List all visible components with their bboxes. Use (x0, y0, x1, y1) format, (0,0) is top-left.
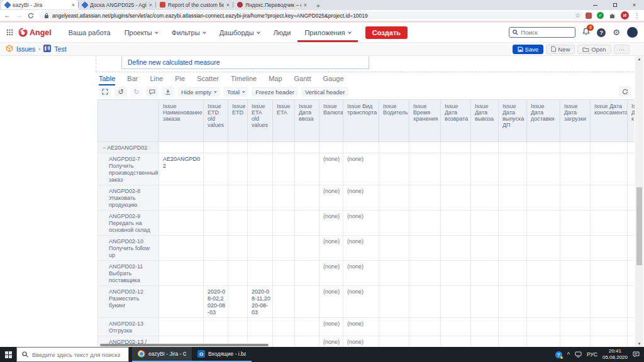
language-indicator[interactable]: РУС (587, 351, 597, 358)
column-header[interactable]: Issue Валюта (319, 100, 343, 142)
fullscreen-button[interactable] (99, 87, 111, 97)
action-center-icon[interactable] (633, 349, 640, 360)
view-tab-pie[interactable]: Pie (175, 75, 185, 85)
browser-tab[interactable]: Доска ANGPD025 - Agile-доска× (79, 0, 156, 9)
new-tab-button[interactable]: + (314, 1, 323, 10)
forward-icon[interactable]: → (16, 12, 23, 19)
view-tab-map[interactable]: Map (269, 75, 282, 85)
taskbar-app[interactable]: Входящие - i.baev... (192, 347, 252, 362)
breadcrumb-issues-link[interactable]: Issues (16, 45, 35, 53)
tab-close-icon[interactable]: × (226, 2, 230, 8)
column-header[interactable]: Issue Дата вывоза (471, 100, 499, 142)
save-button[interactable]: Save (513, 45, 544, 54)
start-button[interactable] (0, 347, 16, 362)
column-header[interactable]: Issue Дата выпуска ДП (499, 100, 527, 142)
minimize-button[interactable] (586, 0, 605, 10)
jira-search-input[interactable] (521, 29, 571, 36)
horizontal-scrollbar-thumb[interactable] (100, 344, 269, 346)
jira-search[interactable] (509, 27, 575, 38)
more-actions-button[interactable]: ··· (614, 45, 630, 54)
reload-icon[interactable] (28, 10, 34, 21)
settings-gear-icon[interactable]: ⚙ (613, 28, 620, 36)
column-header[interactable]: Issue Наименование заказа (159, 100, 204, 142)
row-label[interactable]: ANGPD02-10Получить follow up (98, 236, 159, 261)
comment-button[interactable] (146, 87, 158, 97)
group-row-label[interactable]: − AE20ANGPD02 (98, 142, 159, 153)
bookmark-star-icon[interactable]: ☆ (575, 12, 580, 19)
app-switcher-icon[interactable] (6, 27, 13, 38)
row-label[interactable]: ANGPD02-12Разместить букинг (98, 286, 159, 318)
column-header[interactable]: Issue Время хранения (409, 100, 441, 142)
new-report-button[interactable]: New (546, 45, 575, 54)
column-header[interactable]: Issue Дата ввоза (295, 100, 319, 142)
browser-menu-icon[interactable]: ⋮ (634, 12, 640, 19)
taskbar-clock[interactable]: 20:41 05.08.2020 (602, 348, 628, 361)
tab-close-icon[interactable]: × (72, 2, 75, 8)
column-header[interactable]: Issue Дата возврата (441, 100, 471, 142)
vertical-scrollbar[interactable]: ▲ ▼ (635, 56, 643, 347)
hide-empty-button[interactable]: Hide empty (177, 87, 220, 97)
view-tab-timeline[interactable]: Timeline (231, 75, 257, 85)
column-header[interactable] (98, 100, 159, 142)
export-button[interactable] (162, 87, 174, 97)
nav-item-4[interactable]: Люди (267, 23, 298, 42)
freeze-header-button[interactable]: Freeze header (252, 87, 298, 97)
column-header[interactable]: Issue Дата доставки (527, 100, 560, 142)
scroll-up-icon[interactable]: ▲ (635, 56, 643, 62)
column-header[interactable]: Issue ETD old values (204, 100, 228, 142)
browser-profile-avatar[interactable]: И (621, 11, 629, 19)
notifications-button[interactable]: 8 (582, 27, 590, 38)
undo-button[interactable]: ↺ (114, 87, 127, 97)
nav-item-1[interactable]: Проекты (118, 23, 165, 42)
scroll-down-icon[interactable]: ▼ (635, 341, 643, 347)
help-tray-icon[interactable]: ? (555, 351, 562, 358)
refresh-button[interactable] (619, 87, 631, 97)
define-measure-link[interactable]: Define new calculated measure (128, 58, 220, 66)
column-header[interactable]: Issue Дата коносамента (591, 100, 628, 142)
puzzle-extension-icon[interactable] (609, 10, 616, 21)
user-avatar[interactable] (627, 27, 638, 38)
view-tab-gantt[interactable]: Gantt (294, 75, 311, 85)
row-label[interactable]: ANGPD02-7Получить производственный заказ (98, 153, 159, 185)
browser-tab[interactable]: Яндекс.Переводчик – словарь× (233, 0, 311, 9)
taskbar-search-input[interactable] (32, 351, 120, 358)
column-header[interactable]: Issue ETA (273, 100, 295, 142)
column-header[interactable]: Issue ETD (228, 100, 248, 142)
vertical-scrollbar-thumb[interactable] (636, 187, 642, 265)
browser-tab[interactable]: eazyBI - Jira× (1, 0, 79, 9)
nav-item-2[interactable]: Фильтры (165, 23, 213, 42)
hidden-icons-caret[interactable]: ^ (567, 351, 570, 358)
tab-close-icon[interactable]: × (149, 2, 152, 8)
close-button[interactable]: × (625, 0, 644, 10)
view-tab-bar[interactable]: Bar (127, 75, 138, 85)
column-header[interactable]: Issue Дата к (628, 100, 635, 142)
nav-item-5[interactable]: Приложения (297, 23, 357, 42)
tab-close-icon[interactable]: × (304, 2, 307, 8)
maximize-button[interactable] (605, 0, 625, 10)
browser-tab[interactable]: Report of the custom fields, cust× (156, 0, 233, 9)
help-icon[interactable]: ? (597, 28, 606, 37)
taskbar-search[interactable] (16, 347, 129, 362)
vertical-header-button[interactable]: Vertical header (301, 87, 348, 97)
row-label[interactable]: ANGPD02-13Отгрузка (98, 318, 159, 336)
taskbar-app[interactable]: eazyBI - Jira - Goog... (132, 347, 192, 362)
open-report-button[interactable]: Open (577, 45, 611, 54)
adblock-extension-icon[interactable]: ✓ (597, 12, 604, 19)
pdf-extension-icon[interactable] (586, 13, 592, 19)
view-tab-scatter[interactable]: Scatter (197, 75, 219, 85)
back-icon[interactable]: ← (4, 12, 11, 19)
view-tab-line[interactable]: Line (150, 75, 163, 85)
row-label[interactable]: ANGPD02-9Передать на основной склад (98, 211, 159, 236)
breadcrumb-test-link[interactable]: Test (54, 45, 66, 53)
column-header[interactable]: Issue Вид транспорта (343, 100, 379, 142)
angel-logo[interactable]: Angel (18, 28, 52, 37)
row-label[interactable]: ANGPD02-11Выбрать поставщика (98, 261, 159, 286)
address-bar[interactable]: angelyeast.atlassian.net/plugins/servlet… (39, 11, 584, 19)
total-button[interactable]: Total (223, 87, 248, 97)
column-header[interactable]: Issue ETA old values (248, 100, 273, 142)
create-button[interactable]: Создать (365, 26, 408, 39)
nav-item-3[interactable]: Дашборды (213, 23, 267, 42)
view-tab-gauge[interactable]: Gauge (323, 75, 343, 85)
column-header[interactable]: Issue Дата загрузки (560, 100, 591, 142)
view-tab-table[interactable]: Table (99, 75, 115, 85)
